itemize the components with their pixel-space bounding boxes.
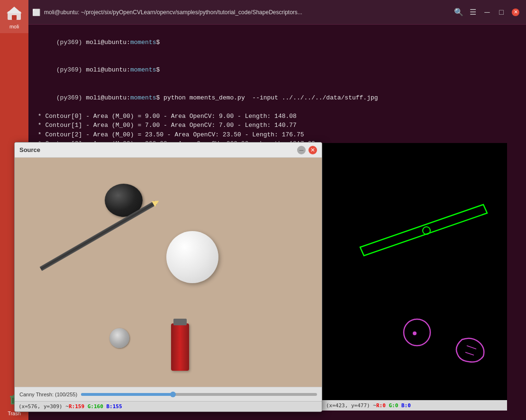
minimize-button[interactable]: ─	[481, 6, 494, 19]
right-panel-status: (x=423, y=477) ~ R:0 G:0 B:0	[322, 400, 507, 411]
source-minimize-button[interactable]: ─	[297, 146, 306, 154]
source-titlebar: Source ─ ✕	[15, 143, 322, 158]
titlebar: ⬜ moli@ubuntu: ~/project/six/pyOpenCVLea…	[28, 0, 526, 25]
source-r-val: 159	[75, 403, 84, 410]
right-r-val: 0	[382, 402, 386, 409]
right-r-label: R:	[376, 402, 382, 409]
source-coord: (x=576, y=309) ~	[18, 403, 69, 410]
source-r-label: R:	[69, 403, 75, 410]
right-g-label: G:	[389, 402, 395, 409]
source-title: Source	[19, 146, 40, 153]
slider-thumb[interactable]	[170, 392, 176, 397]
close-circle: ✕	[512, 9, 519, 16]
lighter-object	[171, 323, 189, 371]
source-g-label: G:	[88, 403, 94, 410]
tab-title: moli@ubuntu: ~/project/six/pyOpenCVLearn…	[44, 9, 451, 16]
slider-fill	[81, 393, 173, 396]
term-line-2: (py369) moli@ubuntu:moments$ python mome…	[34, 84, 520, 112]
svg-rect-2	[12, 15, 17, 20]
term-line-0: (py369) moli@ubuntu:moments$	[34, 28, 520, 56]
svg-rect-12	[322, 143, 507, 400]
sidebar-home-label: moli	[9, 24, 19, 29]
source-b-label: B:	[106, 403, 112, 410]
term-line-5: * Contour[2] - Area (M_00) = 23.50 - Are…	[34, 130, 520, 140]
maximize-button[interactable]: □	[495, 6, 508, 19]
close-button[interactable]: ✕	[509, 6, 522, 19]
menu-button[interactable]: ☰	[466, 6, 480, 19]
right-b-val: 0	[408, 402, 411, 409]
right-g-val: 0	[395, 402, 399, 409]
right-coord: (x=423, y=477) ~	[326, 402, 376, 409]
svg-point-15	[413, 331, 417, 335]
home-icon	[5, 4, 24, 23]
tab-icon: ⬜	[32, 9, 40, 16]
svg-marker-1	[7, 7, 22, 13]
source-window: Source ─ ✕ Canny Thresh: (100/255) (x=57…	[14, 142, 322, 412]
source-close-button[interactable]: ✕	[308, 146, 317, 154]
slider-label: Canny Thresh: (100/255)	[19, 392, 77, 397]
term-line-4: * Contour[1] - Area (M_00) = 7.00 - Area…	[34, 121, 520, 130]
sidebar-home[interactable]: moli	[0, 0, 28, 33]
source-b-val: 155	[113, 403, 122, 410]
source-g-val: 160	[94, 403, 103, 410]
contour-visualization	[322, 143, 507, 400]
desk-surface	[15, 158, 322, 387]
right-b-label: B:	[401, 402, 408, 409]
source-window-buttons: ─ ✕	[297, 146, 317, 154]
pencil-object	[40, 201, 157, 271]
source-slider-bar: Canny Thresh: (100/255)	[15, 387, 322, 401]
term-line-1: (py369) moli@ubuntu:moments$	[34, 56, 520, 84]
slider-track[interactable]	[81, 393, 317, 396]
search-button[interactable]: 🔍	[452, 6, 465, 19]
source-image-area	[15, 158, 322, 387]
white-ball-object	[166, 231, 218, 283]
source-status-bar: (x=576, y=309) ~ R:159 G:160 B:155	[15, 401, 322, 411]
right-panel: (x=423, y=477) ~ R:0 G:0 B:0	[322, 143, 507, 411]
coin-object	[109, 328, 129, 348]
term-line-3: * Contour[0] - Area (M_00) = 9.00 - Area…	[34, 112, 520, 121]
